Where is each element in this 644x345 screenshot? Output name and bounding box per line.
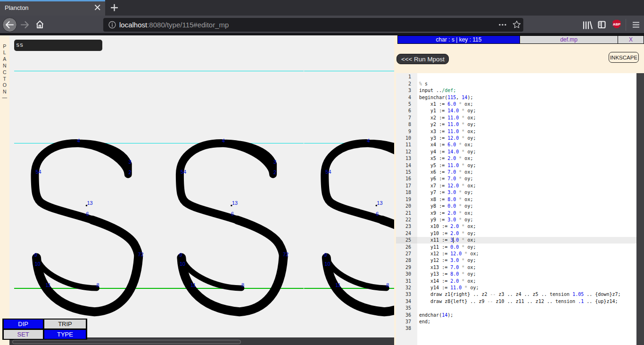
svg-text:ABP: ABP — [613, 22, 620, 26]
